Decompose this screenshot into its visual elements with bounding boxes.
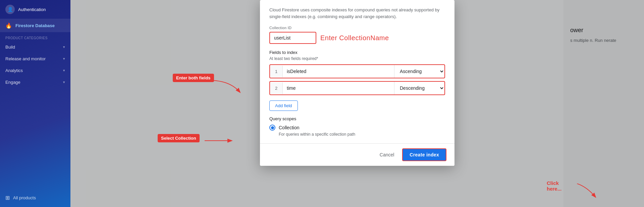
collection-radio-label: Collection [279, 125, 299, 130]
collection-id-input[interactable] [269, 32, 316, 44]
chevron-down-icon-4: ▾ [63, 80, 65, 84]
query-scopes-label: Query scopes [269, 116, 445, 121]
sidebar-auth-title: Authentication [18, 7, 46, 12]
modal-backdrop: Cloud Firestore uses composite indexes f… [70, 0, 644, 207]
main-content: ower s multiple n. Run nerate Cloud Fire… [70, 0, 644, 207]
collection-radio[interactable] [269, 125, 275, 131]
grid-icon: ⊞ [5, 195, 10, 201]
sidebar-item-analytics[interactable]: Analytics ▾ [0, 65, 70, 76]
collection-radio-sublabel: For queries within a specific collection… [279, 132, 445, 137]
field-name-input-1[interactable] [283, 65, 394, 77]
enter-collection-name-label: Enter CollectionName [320, 34, 389, 42]
fields-sublabel: At least two fields required* [269, 56, 445, 61]
field-num-1: 1 [270, 66, 283, 77]
modal-body: Cloud Firestore uses composite indexes f… [260, 0, 454, 143]
sidebar-item-build[interactable]: Build ▾ [0, 41, 70, 53]
sidebar-header: 👤 Authentication [0, 0, 70, 19]
field-order-select-1[interactable]: Ascending Descending Array contains [394, 65, 444, 78]
field-row-1: 1 Ascending Descending Array contains [269, 64, 445, 78]
modal: Cloud Firestore uses composite indexes f… [260, 0, 454, 166]
chevron-down-icon: ▾ [63, 45, 65, 49]
sidebar-item-analytics-label: Analytics [5, 68, 23, 73]
add-field-button[interactable]: Add field [269, 100, 298, 111]
product-categories-label: Product categories [0, 32, 70, 41]
sidebar-item-build-label: Build [5, 45, 15, 50]
sidebar-item-release-label: Release and monitor [5, 56, 46, 61]
cancel-button[interactable]: Cancel [376, 149, 398, 160]
sidebar-firestore[interactable]: 🔥 Firestore Database [0, 19, 70, 32]
modal-description: Cloud Firestore uses composite indexes f… [269, 7, 445, 20]
chevron-down-icon-3: ▾ [63, 68, 65, 73]
all-products-label: All products [13, 195, 36, 200]
sidebar-item-engage[interactable]: Engage ▾ [0, 76, 70, 88]
collection-radio-row[interactable]: Collection [269, 125, 445, 131]
sidebar: 👤 Authentication 🔥 Firestore Database Pr… [0, 0, 70, 207]
modal-footer: Cancel Create index [260, 143, 454, 166]
collection-id-row: Enter CollectionName [269, 32, 445, 44]
sidebar-item-release-monitor[interactable]: Release and monitor ▾ [0, 53, 70, 65]
radio-dot [271, 126, 274, 129]
user-icon: 👤 [5, 5, 15, 14]
collection-id-label: Collection ID [269, 26, 445, 30]
sidebar-firestore-label: Firestore Database [15, 23, 55, 28]
chevron-down-icon-2: ▾ [63, 57, 65, 61]
sidebar-item-engage-label: Engage [5, 80, 20, 85]
field-row-2: 2 Ascending Descending Array contains [269, 81, 445, 95]
field-order-select-2[interactable]: Ascending Descending Array contains [394, 82, 444, 94]
field-num-2: 2 [270, 82, 283, 94]
create-index-button[interactable]: Create index [402, 148, 446, 161]
field-name-input-2[interactable] [283, 82, 394, 94]
all-products-button[interactable]: ⊞ All products [0, 191, 70, 204]
fields-to-index-label: Fields to index [269, 50, 445, 55]
firestore-icon: 🔥 [5, 22, 12, 29]
